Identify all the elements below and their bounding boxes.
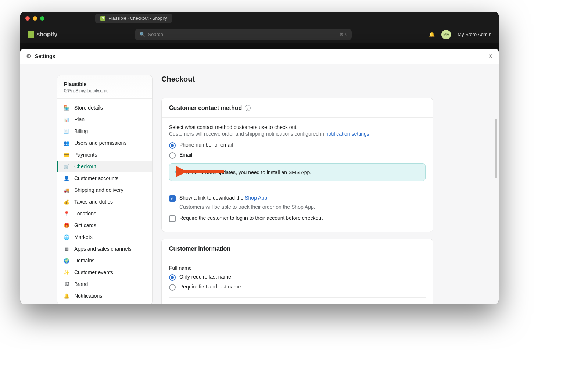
- modal-header: ⚙ Settings ✕: [20, 49, 499, 64]
- page-title: Checkout: [161, 75, 433, 83]
- sidebar-item-markets[interactable]: 🌐Markets: [57, 231, 152, 243]
- radio-first-and-last[interactable]: Require first and last name: [169, 284, 426, 291]
- shop-app-prefix: Show a link to download the: [179, 195, 245, 201]
- sidebar-item-label: Notifications: [74, 293, 102, 299]
- nav-icon: ▦: [63, 246, 70, 252]
- nav-icon: 👥: [63, 140, 70, 146]
- sidebar-item-plan[interactable]: 📊Plan: [57, 114, 152, 125]
- divider: [161, 89, 433, 89]
- sidebar-item-label: Shipping and delivery: [74, 187, 123, 193]
- close-icon[interactable]: ✕: [488, 53, 493, 60]
- fullname-label: Full name: [169, 265, 426, 271]
- sidebar-item-label: Apps and sales channels: [74, 246, 132, 252]
- contact-subdesc: Customers will receive order and shippin…: [169, 131, 426, 137]
- contact-heading: Customer contact method: [169, 105, 242, 111]
- nav-icon: 🏪: [63, 105, 70, 111]
- sidebar-item-checkout[interactable]: 🛒Checkout: [57, 161, 152, 172]
- sidebar-item-label: Gift cards: [74, 222, 96, 228]
- radio-phone-or-email[interactable]: Phone number or email: [169, 142, 426, 149]
- shopify-logo[interactable]: shopify: [28, 31, 57, 38]
- radio-icon: [169, 274, 176, 281]
- nav-icon: 🔔: [63, 293, 70, 299]
- checkbox-icon: ✓: [169, 195, 176, 202]
- sidebar-item-domains[interactable]: 🌍Domains: [57, 255, 152, 266]
- sidebar-item-apps-and-sales-channels[interactable]: ▦Apps and sales channels: [57, 243, 152, 255]
- sms-app-link[interactable]: SMS App: [288, 169, 310, 175]
- nav-icon: 📊: [63, 117, 70, 122]
- info-icon[interactable]: i: [245, 105, 251, 111]
- subdesc-text: Customers will receive order and shippin…: [169, 131, 326, 137]
- divider: [169, 297, 426, 298]
- search-placeholder: Search: [148, 32, 163, 37]
- brand-text: shopify: [36, 31, 57, 38]
- sidebar-item-users-and-permissions[interactable]: 👥Users and permissions: [57, 137, 152, 149]
- sidebar-item-notifications[interactable]: 🔔Notifications: [57, 290, 152, 302]
- radio-lastname-only[interactable]: Only require last name: [169, 274, 426, 281]
- sms-banner: ⓘ To send SMS updates, you need to insta…: [169, 163, 426, 181]
- modal-body: Plausible 063cc8.myshopify.com 🏪Store de…: [20, 64, 499, 304]
- sidebar-item-store-details[interactable]: 🏪Store details: [57, 102, 152, 114]
- nav-icon: 🚚: [63, 187, 70, 193]
- checkbox-icon: [169, 215, 176, 222]
- radio-label: Require first and last name: [179, 284, 241, 290]
- shopify-bag-icon: [28, 31, 34, 38]
- tab-title: Plausible · Checkout · Shopify: [108, 16, 167, 21]
- header-right: 🔔 MA My Store Admin: [429, 30, 491, 39]
- checkbox-label-wrap: Show a link to download the Shop App: [179, 195, 267, 201]
- avatar[interactable]: MA: [441, 30, 451, 39]
- sidebar-item-shipping-and-delivery[interactable]: 🚚Shipping and delivery: [57, 184, 152, 196]
- nav-icon: 👤: [63, 176, 70, 181]
- main-content: Checkout Customer contact method i Selec…: [161, 75, 441, 304]
- store-name: Plausible: [64, 81, 146, 87]
- sidebar-item-gift-cards[interactable]: 🎁Gift cards: [57, 219, 152, 231]
- radio-label: Phone number or email: [179, 142, 233, 148]
- sidebar-item-taxes-and-duties[interactable]: 💰Taxes and duties: [57, 196, 152, 208]
- sidebar-item-customer-events[interactable]: ✨Customer events: [57, 266, 152, 278]
- info-circle-icon: ⓘ: [175, 169, 181, 176]
- banner-prefix: To send SMS updates, you need to install…: [185, 169, 288, 175]
- contact-method-card: Customer contact method i Select what co…: [161, 98, 433, 232]
- radio-label: Only require last name: [179, 274, 231, 280]
- nav-icon: 💳: [63, 152, 70, 158]
- notifications-icon[interactable]: 🔔: [429, 32, 435, 37]
- checkbox-label: Require the customer to log in to their …: [179, 215, 323, 221]
- sidebar-item-label: Users and permissions: [74, 140, 126, 146]
- sidebar-item-label: Store details: [74, 105, 103, 111]
- nav-icon: 🛒: [63, 164, 70, 169]
- search-input[interactable]: 🔍 Search ⌘ K: [135, 29, 352, 40]
- checkbox-shop-app[interactable]: ✓ Show a link to download the Shop App: [169, 195, 426, 202]
- sidebar-item-payments[interactable]: 💳Payments: [57, 149, 152, 161]
- modal-backdrop: [20, 43, 499, 49]
- sidebar-item-customer-accounts[interactable]: 👤Customer accounts: [57, 172, 152, 184]
- sidebar-item-label: Markets: [74, 234, 93, 240]
- shop-app-link[interactable]: Shop App: [245, 195, 267, 201]
- scrollbar[interactable]: [495, 119, 497, 178]
- checkbox-require-login[interactable]: Require the customer to log in to their …: [169, 215, 426, 222]
- sidebar-item-brand[interactable]: 🖼Brand: [57, 278, 152, 290]
- sidebar-item-label: Taxes and duties: [74, 199, 113, 205]
- titlebar: S Plausible · Checkout · Shopify: [20, 12, 499, 25]
- minimize-window-icon[interactable]: [33, 16, 37, 21]
- browser-tab[interactable]: S Plausible · Checkout · Shopify: [95, 14, 172, 23]
- gear-icon: ⚙: [26, 53, 31, 60]
- user-name[interactable]: My Store Admin: [458, 32, 491, 37]
- nav-icon: 🖼: [63, 282, 70, 287]
- shop-app-subtext: Customers will be able to track their or…: [179, 204, 426, 210]
- store-url-link[interactable]: 063cc8.myshopify.com: [64, 88, 146, 93]
- nav-icon: 📍: [63, 211, 70, 216]
- nav-icon: 🌐: [63, 234, 70, 240]
- sidebar-item-label: Locations: [74, 211, 96, 216]
- card-header: Customer information: [162, 239, 433, 258]
- sidebar-store-block: Plausible 063cc8.myshopify.com: [57, 75, 152, 99]
- divider: [169, 188, 426, 188]
- sidebar-item-locations[interactable]: 📍Locations: [57, 208, 152, 219]
- maximize-window-icon[interactable]: [40, 16, 44, 21]
- sidebar-nav: 🏪Store details📊Plan🧾Billing👥Users and pe…: [57, 99, 152, 304]
- nav-icon: 🌍: [63, 258, 70, 264]
- search-keyboard-hint: ⌘ K: [339, 32, 347, 37]
- banner-text: To send SMS updates, you need to install…: [185, 169, 311, 175]
- notification-settings-link[interactable]: notification settings: [326, 131, 369, 137]
- sidebar-item-billing[interactable]: 🧾Billing: [57, 125, 152, 137]
- close-window-icon[interactable]: [25, 16, 30, 21]
- radio-email[interactable]: Email: [169, 152, 426, 159]
